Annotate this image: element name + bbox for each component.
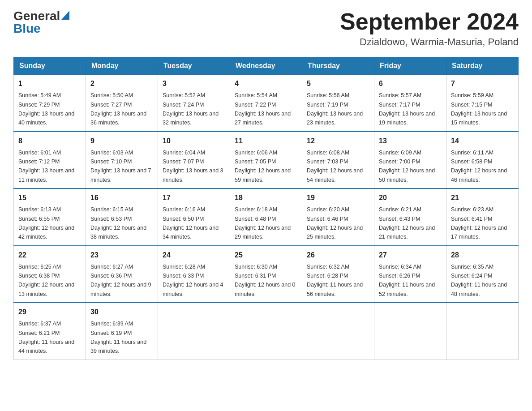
calendar-day-cell: 25 Sunrise: 6:30 AMSunset: 6:31 PMDaylig… bbox=[230, 246, 302, 303]
day-number: 10 bbox=[163, 136, 225, 146]
day-number: 27 bbox=[379, 250, 442, 261]
day-number: 11 bbox=[235, 136, 297, 146]
day-info: Sunrise: 5:49 AMSunset: 7:29 PMDaylight:… bbox=[18, 92, 74, 126]
calendar-day-cell: 11 Sunrise: 6:06 AMSunset: 7:05 PMDaylig… bbox=[230, 132, 302, 189]
day-info: Sunrise: 6:30 AMSunset: 6:31 PMDaylight:… bbox=[235, 264, 296, 297]
calendar-day-cell: 21 Sunrise: 6:23 AMSunset: 6:41 PMDaylig… bbox=[446, 188, 519, 246]
calendar-day-cell bbox=[446, 303, 519, 360]
day-info: Sunrise: 5:59 AMSunset: 7:15 PMDaylight:… bbox=[451, 92, 507, 126]
calendar-day-cell: 8 Sunrise: 6:01 AMSunset: 7:12 PMDayligh… bbox=[14, 132, 86, 189]
page-header: General Blue September 2024 Dzialdowo, W… bbox=[13, 9, 519, 48]
day-number: 28 bbox=[451, 250, 514, 261]
day-number: 24 bbox=[163, 250, 225, 261]
day-number: 7 bbox=[451, 78, 514, 89]
calendar-week-row: 22 Sunrise: 6:25 AMSunset: 6:38 PMDaylig… bbox=[14, 246, 519, 303]
calendar-day-cell: 9 Sunrise: 6:03 AMSunset: 7:10 PMDayligh… bbox=[86, 132, 158, 189]
day-info: Sunrise: 6:01 AMSunset: 7:12 PMDaylight:… bbox=[18, 150, 74, 183]
day-number: 5 bbox=[307, 78, 369, 89]
day-number: 29 bbox=[18, 307, 81, 317]
day-number: 26 bbox=[307, 250, 369, 261]
day-number: 16 bbox=[90, 193, 153, 203]
calendar-table: SundayMondayTuesdayWednesdayThursdayFrid… bbox=[13, 57, 519, 360]
day-number: 3 bbox=[163, 78, 225, 89]
day-info: Sunrise: 6:37 AMSunset: 6:21 PMDaylight:… bbox=[18, 321, 74, 354]
calendar-day-cell: 29 Sunrise: 6:37 AMSunset: 6:21 PMDaylig… bbox=[14, 303, 86, 360]
header-sunday: Sunday bbox=[14, 57, 86, 75]
day-info: Sunrise: 6:28 AMSunset: 6:33 PMDaylight:… bbox=[163, 264, 223, 297]
calendar-day-cell: 1 Sunrise: 5:49 AMSunset: 7:29 PMDayligh… bbox=[14, 75, 86, 132]
day-number: 1 bbox=[18, 78, 81, 89]
calendar-week-row: 15 Sunrise: 6:13 AMSunset: 6:55 PMDaylig… bbox=[14, 188, 519, 246]
day-info: Sunrise: 5:54 AMSunset: 7:22 PMDaylight:… bbox=[235, 92, 291, 126]
logo-blue: Blue bbox=[13, 22, 41, 35]
day-info: Sunrise: 6:09 AMSunset: 7:00 PMDaylight:… bbox=[379, 150, 435, 183]
calendar-day-cell: 12 Sunrise: 6:08 AMSunset: 7:03 PMDaylig… bbox=[302, 132, 374, 189]
calendar-day-cell bbox=[374, 303, 446, 360]
calendar-day-cell: 4 Sunrise: 5:54 AMSunset: 7:22 PMDayligh… bbox=[230, 75, 302, 132]
calendar-header-row: SundayMondayTuesdayWednesdayThursdayFrid… bbox=[14, 57, 519, 75]
day-info: Sunrise: 6:34 AMSunset: 6:26 PMDaylight:… bbox=[379, 264, 435, 297]
day-info: Sunrise: 6:15 AMSunset: 6:53 PMDaylight:… bbox=[90, 206, 146, 240]
calendar-day-cell: 7 Sunrise: 5:59 AMSunset: 7:15 PMDayligh… bbox=[446, 75, 519, 132]
day-number: 6 bbox=[379, 78, 442, 89]
day-info: Sunrise: 6:03 AMSunset: 7:10 PMDaylight:… bbox=[90, 150, 151, 183]
calendar-day-cell: 27 Sunrise: 6:34 AMSunset: 6:26 PMDaylig… bbox=[374, 246, 446, 303]
calendar-day-cell: 23 Sunrise: 6:27 AMSunset: 6:36 PMDaylig… bbox=[86, 246, 158, 303]
calendar-day-cell bbox=[230, 303, 302, 360]
calendar-day-cell bbox=[158, 303, 230, 360]
calendar-week-row: 8 Sunrise: 6:01 AMSunset: 7:12 PMDayligh… bbox=[14, 132, 519, 189]
calendar-day-cell: 18 Sunrise: 6:18 AMSunset: 6:48 PMDaylig… bbox=[230, 188, 302, 246]
calendar-day-cell bbox=[302, 303, 374, 360]
day-number: 8 bbox=[18, 136, 81, 146]
calendar-day-cell: 2 Sunrise: 5:50 AMSunset: 7:27 PMDayligh… bbox=[86, 75, 158, 132]
calendar-day-cell: 22 Sunrise: 6:25 AMSunset: 6:38 PMDaylig… bbox=[14, 246, 86, 303]
day-info: Sunrise: 6:04 AMSunset: 7:07 PMDaylight:… bbox=[163, 150, 223, 183]
header-friday: Friday bbox=[374, 57, 446, 75]
calendar-day-cell: 24 Sunrise: 6:28 AMSunset: 6:33 PMDaylig… bbox=[158, 246, 230, 303]
logo-triangle-icon bbox=[61, 11, 69, 20]
calendar-title-area: September 2024 Dzialdowo, Warmia-Masuria… bbox=[340, 9, 519, 48]
day-number: 18 bbox=[235, 193, 297, 203]
calendar-day-cell: 30 Sunrise: 6:39 AMSunset: 6:19 PMDaylig… bbox=[86, 303, 158, 360]
day-info: Sunrise: 6:27 AMSunset: 6:36 PMDaylight:… bbox=[90, 264, 151, 297]
calendar-day-cell: 5 Sunrise: 5:56 AMSunset: 7:19 PMDayligh… bbox=[302, 75, 374, 132]
day-number: 20 bbox=[379, 193, 442, 203]
day-info: Sunrise: 6:23 AMSunset: 6:41 PMDaylight:… bbox=[451, 206, 507, 240]
day-number: 23 bbox=[90, 250, 153, 261]
day-number: 15 bbox=[18, 193, 81, 203]
day-number: 25 bbox=[235, 250, 297, 261]
calendar-day-cell: 13 Sunrise: 6:09 AMSunset: 7:00 PMDaylig… bbox=[374, 132, 446, 189]
calendar-week-row: 29 Sunrise: 6:37 AMSunset: 6:21 PMDaylig… bbox=[14, 303, 519, 360]
calendar-day-cell: 17 Sunrise: 6:16 AMSunset: 6:50 PMDaylig… bbox=[158, 188, 230, 246]
day-number: 14 bbox=[451, 136, 514, 146]
day-number: 19 bbox=[307, 193, 369, 203]
day-info: Sunrise: 5:52 AMSunset: 7:24 PMDaylight:… bbox=[163, 92, 219, 126]
calendar-day-cell: 16 Sunrise: 6:15 AMSunset: 6:53 PMDaylig… bbox=[86, 188, 158, 246]
day-info: Sunrise: 5:57 AMSunset: 7:17 PMDaylight:… bbox=[379, 92, 435, 126]
day-number: 13 bbox=[379, 136, 442, 146]
day-number: 4 bbox=[235, 78, 297, 89]
header-monday: Monday bbox=[86, 57, 158, 75]
day-info: Sunrise: 6:08 AMSunset: 7:03 PMDaylight:… bbox=[307, 150, 363, 183]
day-info: Sunrise: 6:20 AMSunset: 6:46 PMDaylight:… bbox=[307, 206, 363, 240]
day-number: 12 bbox=[307, 136, 369, 146]
day-info: Sunrise: 6:16 AMSunset: 6:50 PMDaylight:… bbox=[163, 206, 219, 240]
day-number: 21 bbox=[451, 193, 514, 203]
day-info: Sunrise: 6:13 AMSunset: 6:55 PMDaylight:… bbox=[18, 206, 74, 240]
calendar-day-cell: 14 Sunrise: 6:11 AMSunset: 6:58 PMDaylig… bbox=[446, 132, 519, 189]
calendar-day-cell: 10 Sunrise: 6:04 AMSunset: 7:07 PMDaylig… bbox=[158, 132, 230, 189]
day-info: Sunrise: 6:25 AMSunset: 6:38 PMDaylight:… bbox=[18, 264, 74, 297]
header-tuesday: Tuesday bbox=[158, 57, 230, 75]
logo: General Blue bbox=[13, 9, 69, 35]
day-info: Sunrise: 5:56 AMSunset: 7:19 PMDaylight:… bbox=[307, 92, 363, 126]
day-number: 9 bbox=[90, 136, 153, 146]
day-info: Sunrise: 6:06 AMSunset: 7:05 PMDaylight:… bbox=[235, 150, 291, 183]
day-number: 22 bbox=[18, 250, 81, 261]
day-info: Sunrise: 6:35 AMSunset: 6:24 PMDaylight:… bbox=[451, 264, 507, 297]
calendar-day-cell: 15 Sunrise: 6:13 AMSunset: 6:55 PMDaylig… bbox=[14, 188, 86, 246]
day-info: Sunrise: 6:18 AMSunset: 6:48 PMDaylight:… bbox=[235, 206, 291, 240]
calendar-day-cell: 3 Sunrise: 5:52 AMSunset: 7:24 PMDayligh… bbox=[158, 75, 230, 132]
day-number: 30 bbox=[90, 307, 153, 317]
calendar-day-cell: 19 Sunrise: 6:20 AMSunset: 6:46 PMDaylig… bbox=[302, 188, 374, 246]
svg-marker-0 bbox=[61, 11, 69, 20]
